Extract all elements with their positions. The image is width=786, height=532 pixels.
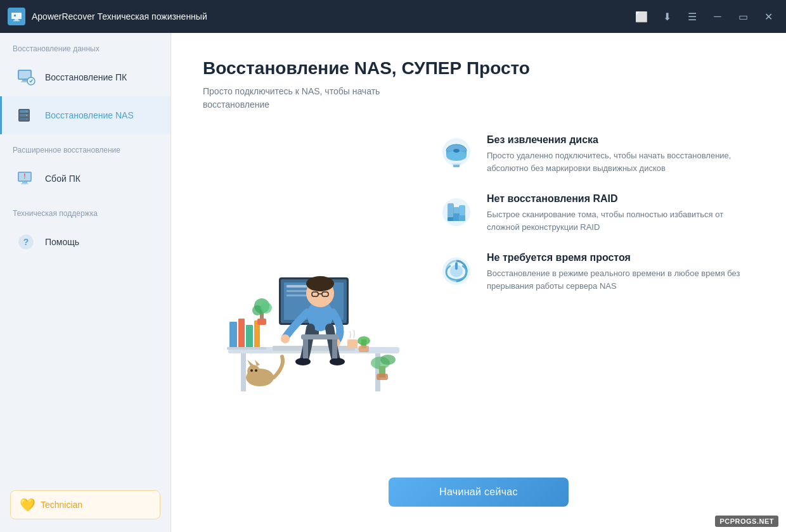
svg-rect-18 <box>22 182 27 184</box>
svg-rect-83 <box>448 217 454 221</box>
pc-crash-icon: ! <box>15 167 37 190</box>
monitor-button[interactable]: ⬜ <box>631 6 652 27</box>
svg-point-14 <box>26 118 27 120</box>
svg-rect-19 <box>21 184 29 185</box>
app-icon <box>8 8 25 25</box>
advanced-recovery-section-label: Расширенное восстановление <box>0 134 171 160</box>
feature-no-raid-title: Нет восстановления RAID <box>487 193 754 205</box>
svg-rect-44 <box>301 334 339 339</box>
svg-point-13 <box>26 115 27 116</box>
svg-text:!: ! <box>23 173 25 180</box>
feature-no-raid-desc: Быстрое сканирование тома, чтобы полност… <box>487 208 754 233</box>
sidebar-item-help[interactable]: ? Помощь <box>0 223 171 261</box>
svg-point-77 <box>453 149 460 153</box>
maximize-button[interactable]: ▭ <box>733 6 753 27</box>
svg-rect-23 <box>241 353 246 391</box>
svg-point-69 <box>380 355 396 365</box>
feature-no-downtime-title: Не требуется время простоя <box>487 252 754 263</box>
svg-rect-71 <box>377 374 388 380</box>
svg-rect-78 <box>453 165 460 167</box>
sidebar: Восстановление данных Восстановление ПК <box>0 33 171 532</box>
svg-point-36 <box>306 276 334 291</box>
sidebar-item-pc-recovery-label: Восстановление ПК <box>45 72 127 82</box>
feature-no-downtime-desc: Восстановление в режиме реального времен… <box>487 267 754 292</box>
svg-rect-1 <box>15 19 18 20</box>
help-icon: ? <box>15 231 37 253</box>
illustration-area <box>203 128 418 465</box>
sidebar-item-nas-recovery-label: Восстановление NAS <box>45 110 134 120</box>
svg-rect-4 <box>19 71 30 79</box>
feature-no-raid-text: Нет восстановления RAID Быстрое сканиров… <box>487 193 754 233</box>
main-content: Восстановление NAS, СУПЕР Просто Просто … <box>171 33 786 532</box>
svg-rect-52 <box>227 347 266 350</box>
svg-rect-46 <box>332 339 337 358</box>
feature-no-disk-removal-desc: Просто удаленно подключитесь, чтобы нача… <box>487 149 754 174</box>
svg-point-40 <box>281 334 290 343</box>
sidebar-item-pc-crash[interactable]: ! Сбой ПК <box>0 160 171 198</box>
svg-rect-33 <box>273 346 355 351</box>
svg-point-66 <box>250 369 253 372</box>
svg-rect-45 <box>303 339 308 358</box>
app-body: Восстановление данных Восстановление ПК <box>0 33 786 532</box>
content-header: Восстановление NAS, СУПЕР Просто Просто … <box>203 58 754 111</box>
disk-icon <box>437 134 475 172</box>
features-area: Без извлечения диска Просто удаленно под… <box>437 128 754 465</box>
svg-rect-5 <box>22 80 27 82</box>
technician-badge[interactable]: 💛 Technician <box>10 490 160 519</box>
svg-rect-48 <box>229 322 237 348</box>
watermark: PCPROGS.NET <box>715 516 778 527</box>
svg-point-60 <box>358 336 370 345</box>
feature-no-disk-removal: Без извлечения диска Просто удаленно под… <box>437 134 754 174</box>
nas-recovery-icon <box>15 104 37 127</box>
menu-button[interactable]: ☰ <box>682 6 702 27</box>
svg-rect-61 <box>359 346 369 352</box>
feature-no-downtime: Не требуется время простоя Восстановлени… <box>437 252 754 292</box>
svg-point-43 <box>330 358 345 365</box>
content-area: Без извлечения диска Просто удаленно под… <box>203 128 754 465</box>
sidebar-item-pc-crash-label: Сбой ПК <box>45 174 81 184</box>
svg-text:?: ? <box>23 237 29 247</box>
start-button[interactable]: Начинай сейчас <box>389 478 569 507</box>
page-subtitle: Просто подключитесь к NAS, чтобы начатьв… <box>203 85 754 111</box>
feature-no-downtime-text: Не требуется время простоя Восстановлени… <box>487 252 754 292</box>
raid-icon <box>437 193 475 231</box>
data-recovery-section-label: Восстановление данных <box>0 33 171 58</box>
svg-rect-2 <box>13 20 20 22</box>
support-section-label: Техническая поддержка <box>0 198 171 223</box>
svg-rect-50 <box>246 325 253 348</box>
svg-marker-65 <box>255 360 260 366</box>
sidebar-item-help-label: Помощь <box>45 237 79 247</box>
title-bar: ApowerRecover Техническая пожизненный ⬜ … <box>0 0 786 33</box>
download-button[interactable]: ⬇ <box>657 6 677 27</box>
svg-rect-84 <box>453 213 460 221</box>
window-controls: ⬜ ⬇ ☰ ─ ▭ ✕ <box>631 6 778 27</box>
svg-marker-64 <box>247 360 254 366</box>
svg-rect-57 <box>257 319 266 325</box>
pc-recovery-icon <box>15 66 37 89</box>
sidebar-item-nas-recovery[interactable]: Восстановление NAS <box>0 96 171 134</box>
svg-point-56 <box>261 302 272 314</box>
technician-label: Technician <box>41 500 82 510</box>
feature-no-disk-removal-text: Без извлечения диска Просто удаленно под… <box>487 134 754 174</box>
illustration <box>209 195 412 398</box>
close-button[interactable]: ✕ <box>758 6 778 27</box>
power-icon <box>437 252 475 290</box>
start-button-wrap: Начинай сейчас <box>203 465 754 513</box>
sidebar-item-pc-recovery[interactable]: Восстановление ПК <box>0 58 171 96</box>
svg-point-12 <box>26 111 27 112</box>
svg-rect-58 <box>347 339 358 348</box>
svg-point-63 <box>247 365 260 377</box>
svg-point-67 <box>255 369 257 372</box>
svg-rect-49 <box>238 319 245 348</box>
minimize-button[interactable]: ─ <box>707 6 728 27</box>
feature-no-disk-removal-title: Без извлечения диска <box>487 134 754 146</box>
svg-rect-85 <box>459 215 465 221</box>
svg-rect-0 <box>11 13 22 19</box>
svg-rect-90 <box>455 262 458 270</box>
app-title: ApowerRecover Техническая пожизненный <box>32 11 625 22</box>
feature-no-raid: Нет восстановления RAID Быстрое сканиров… <box>437 193 754 233</box>
page-title: Восстановление NAS, СУПЕР Просто <box>203 58 754 79</box>
svg-point-42 <box>295 358 311 365</box>
gem-icon: 💛 <box>20 497 35 512</box>
